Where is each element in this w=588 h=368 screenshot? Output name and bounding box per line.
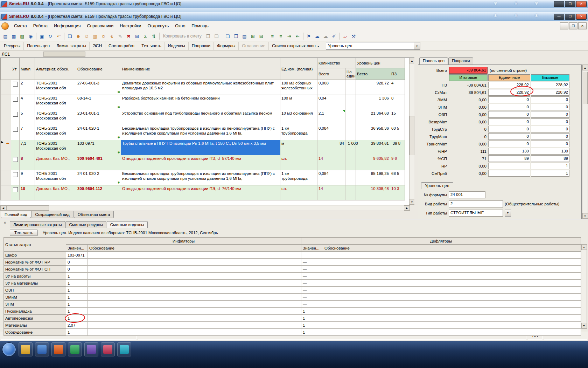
edit-icon[interactable]: ✎ <box>116 32 124 40</box>
sort-updown-icon[interactable]: ⇅ <box>150 32 158 40</box>
formula-number-field[interactable]: 24 001 <box>449 191 485 198</box>
scroll-down-icon[interactable]: ▼ <box>581 323 587 328</box>
add-rows-icon[interactable]: ▤ <box>1 32 9 40</box>
copy-sheet-icon[interactable]: ❏ <box>66 32 74 40</box>
work-kind-field[interactable]: 2 <box>449 200 503 207</box>
row-checkbox[interactable] <box>13 157 18 162</box>
row-checkbox[interactable] <box>13 172 18 177</box>
scroll-up-icon[interactable]: ▲ <box>409 58 414 63</box>
pen-icon[interactable]: ✐ <box>330 32 338 40</box>
tab-short-view[interactable]: Сокращенный вид <box>31 211 74 218</box>
tab-limitirovannye-zatraty[interactable]: Лимитированные затраты <box>10 221 65 228</box>
report-icon[interactable]: ▤ <box>240 32 248 40</box>
stmat-unit-price[interactable]: 228,92 <box>488 89 530 96</box>
work-type-select[interactable]: СТРОИТЕЛЬНЫЕ <box>449 210 503 217</box>
tree-expand-icon[interactable]: ⊞ <box>249 32 257 40</box>
taskbar-app-icon[interactable] <box>51 342 65 356</box>
minimize-button[interactable]: — <box>554 1 564 7</box>
col-header-unit[interactable]: Ед.изм. (полная) <box>280 58 317 80</box>
col-header-inflators[interactable]: Инфляторы <box>66 238 301 245</box>
add-user-icon[interactable]: ☺ <box>83 32 91 40</box>
services-icon[interactable]: ⚒ <box>350 32 358 40</box>
refresh-icon[interactable]: ↻ <box>46 32 54 40</box>
coins-icon[interactable]: ¤ <box>99 32 107 40</box>
col-header-level-total[interactable]: Всего <box>356 68 390 80</box>
combo-dropdown-icon[interactable]: ▼ <box>414 42 420 49</box>
mdi-minimize-button[interactable]: — <box>560 22 568 29</box>
tables-icon[interactable]: ▦ <box>10 32 18 40</box>
flag-icon[interactable]: ⚑ <box>305 32 313 40</box>
materials-index-value[interactable]: 2,07 <box>66 322 88 329</box>
open-windows-button[interactable]: Список открытых окон▼ <box>269 42 323 50</box>
scroll-up-icon[interactable]: ▲ <box>582 65 588 70</box>
window-report-icon[interactable]: ❑ <box>224 32 232 40</box>
scroll-down-icon[interactable]: ▼ <box>582 213 588 219</box>
tree-collapse-icon[interactable]: ⊟ <box>257 32 265 40</box>
tab-uroven-cen[interactable]: Уровень цен <box>421 182 453 189</box>
taskbar-app-icon[interactable] <box>35 342 49 356</box>
mdi-restore-button[interactable]: ❐ <box>569 22 578 29</box>
delete-icon[interactable]: ✖ <box>125 32 133 40</box>
window-form-icon[interactable]: ❒ <box>232 32 240 40</box>
menu-item-okno[interactable]: Окно <box>172 22 188 30</box>
col-header-level[interactable]: Уровень цен <box>356 58 405 68</box>
maximize-button[interactable]: ❐ <box>565 1 575 7</box>
taskbar-app-icon[interactable] <box>84 342 98 356</box>
splitter-handle[interactable] <box>43 52 85 57</box>
cloud-icon[interactable]: ☁ <box>322 32 330 40</box>
viewbar-tab-limit-zatraty[interactable]: Лимит. затраты <box>53 42 90 50</box>
col-header-basis[interactable]: Обоснование <box>76 58 121 80</box>
scrollbar-thumb[interactable] <box>583 72 588 104</box>
viewbar-tab-sostav-rabot[interactable]: Состав работ <box>105 42 138 50</box>
close-button[interactable]: ✕ <box>576 1 587 7</box>
scroll-right-icon[interactable]: ▶ <box>404 205 410 211</box>
col-header-article[interactable]: Статья затрат <box>4 238 66 252</box>
menu-item-informatsiya[interactable]: Информация <box>51 22 84 30</box>
tab-smetnye-indeksy[interactable]: Сметные индексы <box>107 221 148 228</box>
grid-horizontal-scrollbar[interactable]: ◀ ▶ <box>0 205 410 211</box>
grid-vertical-scrollbar[interactable]: ▲ ▼ <box>409 58 414 205</box>
tab-popravki[interactable]: Поправки <box>448 57 473 64</box>
tab-smetnye-resursy[interactable]: Сметные ресурсы <box>65 221 106 228</box>
col-header-value[interactable]: Значен... <box>66 245 88 252</box>
minimize-button[interactable]: — <box>554 14 564 20</box>
slides-icon[interactable]: ▱ <box>341 32 349 40</box>
copy-icon[interactable]: ❐ <box>204 32 212 40</box>
viewbar-tab-panel-cen[interactable]: Панель цен <box>24 42 53 50</box>
col-header-alt[interactable]: Альтернат. обосн. <box>35 58 76 80</box>
money-icon[interactable]: € <box>108 32 116 40</box>
start-button[interactable] <box>2 342 16 356</box>
col-header-qty[interactable]: Количество <box>317 58 356 68</box>
col-header-ut[interactable]: Ут <box>11 58 20 80</box>
close-button[interactable]: ✕ <box>576 14 587 20</box>
row-checkbox[interactable] <box>13 82 18 87</box>
structure-icon[interactable]: ⊞ <box>133 32 141 40</box>
maximize-button[interactable]: ❐ <box>565 14 575 20</box>
mdi-close-button[interactable]: ✕ <box>578 22 587 29</box>
outline-level2-icon[interactable]: ≡ <box>277 32 285 40</box>
panel-close-icon[interactable]: ✕ <box>4 221 6 225</box>
scroll-up-icon[interactable]: ▲ <box>581 244 587 250</box>
col-header-level-pz[interactable]: ПЗ <box>390 68 405 80</box>
selected-cell[interactable]: Трубы стальные в ППУ ПЭ изоляции Pn 1,6 … <box>121 140 280 155</box>
row-checkbox[interactable] <box>13 187 18 192</box>
indent-left-icon[interactable]: ⇤ <box>294 32 302 40</box>
col-header-edinichnye[interactable]: Единичные <box>488 74 530 81</box>
col-header-name[interactable]: Наименование <box>121 58 280 80</box>
col-header-itogovye[interactable]: Итоговые <box>449 74 488 81</box>
row-checkbox[interactable] <box>13 127 18 132</box>
menu-item-rabota[interactable]: Работа <box>30 22 51 30</box>
row-checkbox[interactable] <box>13 97 18 102</box>
menu-item-nastroyki[interactable]: Настройки <box>117 22 144 30</box>
col-header-deflators[interactable]: Дефляторы <box>301 238 581 245</box>
viewbar-tab-indeksy[interactable]: Индексы <box>165 42 189 50</box>
menu-item-spravochniki[interactable]: Справочники <box>84 22 117 30</box>
col-header-qty-per[interactable]: На един <box>345 68 356 80</box>
save-icon[interactable]: ▣ <box>38 32 46 40</box>
clouds-icon[interactable]: ☁ <box>313 32 321 40</box>
viewbar-tab-esn[interactable]: ЭСН <box>90 42 105 50</box>
chevron-down-icon[interactable]: ▼ <box>505 210 511 217</box>
search-icon[interactable]: ◉ <box>27 32 35 40</box>
scrollbar-thumb[interactable] <box>410 116 414 155</box>
indices-vertical-scrollbar[interactable]: ▲ ▼ <box>581 244 587 329</box>
